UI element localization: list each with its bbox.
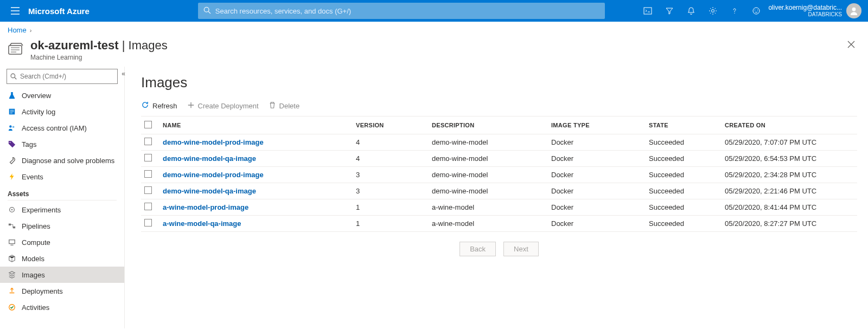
cell-version: 4 [353,134,429,151]
sidebar-item-iam[interactable]: Access control (IAM) [0,120,124,136]
col-name[interactable]: NAME [159,117,353,134]
svg-rect-17 [9,224,11,226]
sidebar-item-activities[interactable]: Activities [0,299,124,315]
image-name-link[interactable]: demo-wine-model-prod-image [163,138,264,146]
cloud-shell-button[interactable] [638,0,658,22]
check-icon [8,303,16,311]
people-icon [8,124,16,132]
cell-state: Succeeded [646,151,722,167]
col-state[interactable]: STATE [646,117,722,134]
svg-point-14 [10,142,11,143]
cell-state: Succeeded [646,216,722,232]
delete-label: Delete [279,102,300,110]
hamburger-menu-button[interactable] [4,7,26,15]
svg-rect-2 [644,8,652,14]
table-row: demo-wine-model-qa-image4demo-wine-model… [141,151,857,167]
wrench-icon [8,157,16,164]
delete-button[interactable]: Delete [269,101,300,111]
select-all-checkbox[interactable] [144,121,152,128]
table-row: demo-wine-model-qa-image3demo-wine-model… [141,183,857,199]
sidebar-item-compute[interactable]: Compute [0,234,124,250]
sidebar-item-deployments[interactable]: Deployments [0,283,124,299]
svg-rect-18 [13,227,15,229]
sidebar-item-activity-log[interactable]: Activity log [0,103,124,120]
image-name-link[interactable]: demo-wine-model-prod-image [163,171,264,179]
account-menu[interactable]: oliver.koernig@databric... DATABRICKS [768,3,864,18]
row-checkbox[interactable] [144,138,152,145]
cell-created-on: 05/29/2020, 2:34:28 PM UTC [722,167,857,183]
sidebar-item-overview[interactable]: Overview [0,87,124,103]
col-image-type[interactable]: IMAGE TYPE [548,117,646,134]
settings-button[interactable] [703,0,723,22]
cell-image-type: Docker [548,183,646,199]
help-icon [730,7,739,15]
image-name-link[interactable]: demo-wine-model-qa-image [163,187,256,195]
global-search[interactable] [198,3,605,19]
collapse-sidebar-button[interactable]: « [122,70,125,77]
sidebar-item-events[interactable]: Events [0,169,124,185]
search-icon [203,7,211,16]
sidebar-item-diagnose[interactable]: Diagnose and solve problems [0,152,124,169]
close-blade-button[interactable] [845,38,857,53]
sidebar-item-label: Compute [22,238,50,247]
sidebar-item-tags[interactable]: Tags [0,136,124,152]
pager-back-button[interactable]: Back [459,242,496,256]
top-icons [638,0,766,22]
row-checkbox[interactable] [144,186,152,194]
resource-type-label: Machine Learning [30,54,840,61]
col-description[interactable]: DESCRIPTION [429,117,548,134]
cloud-shell-icon [643,7,652,15]
cell-version: 4 [353,151,429,167]
cell-description: a-wine-model [429,216,548,232]
directory-filter-button[interactable] [660,0,679,22]
image-name-link[interactable]: demo-wine-model-qa-image [163,154,256,163]
ml-workspace-icon [8,42,24,55]
help-button[interactable] [725,0,744,22]
sidebar-item-pipelines[interactable]: Pipelines [0,218,124,234]
sidebar-search-input[interactable] [20,73,114,80]
col-version[interactable]: VERSION [353,117,429,134]
feedback-button[interactable] [746,0,766,22]
global-search-input[interactable] [215,7,599,15]
sidebar-section-assets: Assets [0,185,124,200]
row-checkbox[interactable] [144,203,152,210]
chevron-right-icon: › [30,27,32,34]
sidebar-search[interactable] [7,69,118,84]
row-checkbox[interactable] [144,170,152,178]
refresh-button[interactable]: Refresh [141,101,177,111]
notifications-button[interactable] [681,0,701,22]
sidebar-item-label: Pipelines [22,222,50,230]
sidebar-item-experiments[interactable]: Experiments [0,202,124,218]
sidebar-item-label: Experiments [22,206,61,214]
table-row: demo-wine-model-prod-image3demo-wine-mod… [141,167,857,183]
avatar [846,3,861,18]
breadcrumb-home[interactable]: Home [8,26,27,34]
sidebar-item-models[interactable]: Models [0,250,124,267]
image-name-link[interactable]: a-wine-model-prod-image [163,203,248,211]
cell-created-on: 05/29/2020, 7:07:07 PM UTC [722,134,857,151]
breadcrumb: Home › [0,22,868,36]
top-bar: Microsoft Azure oliver.koernig@databric.… [0,0,868,22]
sidebar-item-images[interactable]: Images [0,267,124,283]
table-header-row: NAME VERSION DESCRIPTION IMAGE TYPE STAT… [141,117,857,134]
lightning-icon [8,173,16,180]
user-email: oliver.koernig@databric... [768,4,842,11]
create-deployment-label: Create Deployment [198,102,259,110]
cell-version: 3 [353,167,429,183]
user-icon [849,6,859,16]
svg-point-9 [11,74,15,78]
row-checkbox[interactable] [144,219,152,227]
flask-icon [8,92,16,99]
create-deployment-button[interactable]: Create Deployment [187,101,259,111]
row-checkbox[interactable] [144,154,152,161]
cell-description: demo-wine-model [429,167,548,183]
sidebar-item-label: Activities [22,303,49,312]
resource-name: ok-azureml-test [30,38,119,52]
main-title: Images [141,74,857,91]
col-created-on[interactable]: CREATED ON [722,117,857,134]
upload-icon [8,287,16,295]
pager-next-button[interactable]: Next [503,242,539,256]
cell-created-on: 05/20/2020, 8:27:27 PM UTC [722,216,857,232]
table-row: demo-wine-model-prod-image4demo-wine-mod… [141,134,857,151]
image-name-link[interactable]: a-wine-model-qa-image [163,219,241,228]
